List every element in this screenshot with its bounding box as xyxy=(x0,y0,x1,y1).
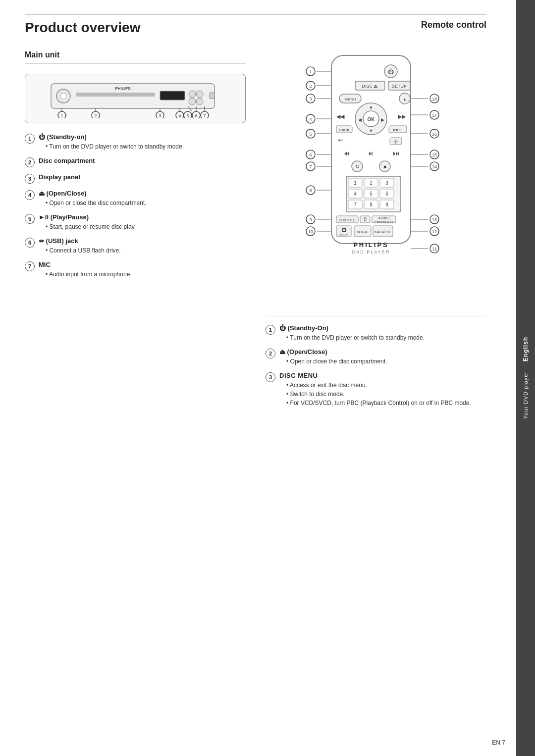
svg-text:▶▶: ▶▶ xyxy=(398,113,406,119)
svg-text:4: 4 xyxy=(178,113,181,118)
svg-text:1: 1 xyxy=(60,113,63,118)
svg-text:6: 6 xyxy=(385,191,388,197)
svg-text:OK: OK xyxy=(368,117,375,122)
remote-section-title: Remote control xyxy=(421,20,486,30)
feature-bullets-4: Open or close the disc compartment. xyxy=(39,199,246,207)
feature-item-2: 2 Disc compartment xyxy=(25,157,246,167)
two-column-layout: Main unit PHILIPS xyxy=(25,50,486,413)
feature-bullets-5: Start, pause or resume disc play. xyxy=(39,222,246,231)
feature-label-4: ⏏ (Open/Close) xyxy=(39,190,87,197)
main-unit-feature-list: 1 ⏻ (Standby-on) Turn on the DVD player … xyxy=(25,133,246,279)
svg-text:⏻: ⏻ xyxy=(388,68,394,75)
side-tab-product: Your DVD player xyxy=(523,371,529,419)
remote-divider xyxy=(266,316,486,316)
svg-text:13: 13 xyxy=(432,217,437,222)
svg-text:15: 15 xyxy=(432,152,437,157)
remote-feature-num-3: 3 xyxy=(266,372,275,382)
remote-feature-num-1: 1 xyxy=(266,325,275,335)
bullet-4-1: Open or close the disc compartment. xyxy=(46,199,246,207)
svg-point-8 xyxy=(189,98,196,105)
feature-bullets-1: Turn on the DVD player or switch to stan… xyxy=(39,142,246,151)
svg-text:3: 3 xyxy=(159,113,161,118)
feature-num-7: 7 xyxy=(25,261,35,271)
feature-label-3: Display panel xyxy=(39,173,80,181)
main-content: Product overview Remote control Main uni… xyxy=(0,0,516,756)
dvd-player-svg: PHILIPS 1 xyxy=(34,79,236,118)
page-footer: EN 7 xyxy=(492,739,505,746)
remote-feature-bullets-3: Access or exit the disc menu. Switch to … xyxy=(279,381,486,407)
svg-text:ZOOM: ZOOM xyxy=(339,233,348,236)
svg-point-9 xyxy=(196,98,203,105)
side-tab-language: English xyxy=(522,337,529,361)
right-column: ⏻ DISC ⏏ SETUP MENU ▲ xyxy=(266,50,486,413)
feature-item-1: 1 ⏻ (Standby-on) Turn on the DVD player … xyxy=(25,133,246,151)
svg-text:⏯: ⏯ xyxy=(368,150,374,157)
bullet-1-1: Turn on the DVD player or switch to stan… xyxy=(46,142,246,151)
side-tab: English Your DVD player xyxy=(516,0,535,756)
svg-text:▲: ▲ xyxy=(369,104,374,109)
svg-text:6: 6 xyxy=(309,152,312,157)
left-column: Main unit PHILIPS xyxy=(25,50,246,413)
feature-item-5: 5 ►II (Play/Pause) Start, pause or resum… xyxy=(25,213,246,231)
bullet-6-1: Connect a USB flash drive. xyxy=(46,246,246,255)
remote-feature-bullets-1: Turn on the DVD player or switch to stan… xyxy=(279,333,486,342)
svg-text:PHILIPS: PHILIPS xyxy=(353,241,389,249)
feature-label-5: ►II (Play/Pause) xyxy=(39,213,89,221)
feature-num-5: 5 xyxy=(25,214,35,224)
svg-text:14: 14 xyxy=(432,164,437,169)
feature-num-4: 4 xyxy=(25,190,35,200)
svg-text:SUBTITLE: SUBTITLE xyxy=(339,218,356,222)
svg-text:6: 6 xyxy=(195,113,197,118)
feature-item-6: 6 ⇔ (USB) jack Connect a USB flash drive… xyxy=(25,237,246,255)
svg-text:🔲: 🔲 xyxy=(342,228,346,232)
svg-text:9: 9 xyxy=(309,217,312,222)
feature-num-6: 6 xyxy=(25,238,35,248)
feature-bullets-6: Connect a USB flash drive. xyxy=(39,246,246,255)
svg-text:2: 2 xyxy=(309,84,312,89)
remote-bullet-3-2: Switch to disc mode. xyxy=(286,390,486,399)
remote-feature-label-1: ⏻ (Standby-On) xyxy=(279,324,328,332)
feature-item-3: 3 Display panel xyxy=(25,173,246,184)
remote-bullet-3-3: For VCD/SVCD, turn PBC (Playback Control… xyxy=(286,399,486,407)
svg-text:0: 0 xyxy=(364,217,367,222)
svg-text:3: 3 xyxy=(309,97,312,101)
svg-text:18: 18 xyxy=(432,97,437,101)
remote-control-svg: ⏻ DISC ⏏ SETUP MENU ▲ xyxy=(266,50,486,308)
svg-text:1: 1 xyxy=(354,180,357,186)
svg-text:9: 9 xyxy=(385,202,388,207)
remote-illustration-container: ⏻ DISC ⏏ SETUP MENU ▲ xyxy=(266,50,486,308)
svg-text:17: 17 xyxy=(432,113,437,118)
svg-text:⏭: ⏭ xyxy=(393,150,399,157)
svg-text:PHILIPS: PHILIPS xyxy=(115,86,131,91)
svg-text:AUDIO/: AUDIO/ xyxy=(378,216,390,220)
remote-feature-label-2: ⏏ (Open/Close) xyxy=(279,348,327,355)
svg-text:⏮: ⏮ xyxy=(343,150,350,157)
remote-feature-item-3: 3 DISC MENU Access or exit the disc menu… xyxy=(266,372,486,407)
svg-text:↻: ↻ xyxy=(355,164,359,169)
svg-rect-10 xyxy=(210,93,214,99)
svg-text:▶: ▶ xyxy=(381,117,384,122)
svg-text:VOCAL: VOCAL xyxy=(357,230,369,234)
feature-num-3: 3 xyxy=(25,174,35,184)
feature-label-1: ⏻ (Standby-on) xyxy=(39,133,87,141)
svg-text:11: 11 xyxy=(432,247,437,252)
feature-label-2: Disc compartment xyxy=(39,157,95,164)
remote-bullet-2-1: Open or close the disc compartment. xyxy=(286,357,486,366)
svg-point-7 xyxy=(196,91,203,98)
feature-bullets-7: Audio input from a microphone. xyxy=(39,270,246,279)
svg-text:4: 4 xyxy=(309,117,312,122)
svg-text:2: 2 xyxy=(94,113,97,118)
remote-feature-label-3: DISC MENU xyxy=(279,372,318,379)
svg-text:◀◀: ◀◀ xyxy=(336,113,345,119)
feature-item-4: 4 ⏏ (Open/Close) Open or close the disc … xyxy=(25,190,246,207)
svg-text:▼: ▼ xyxy=(369,128,374,133)
svg-text:7: 7 xyxy=(203,113,206,118)
bullet-7-1: Audio input from a microphone. xyxy=(46,270,246,279)
svg-text:5: 5 xyxy=(309,132,312,137)
remote-feature-bullets-2: Open or close the disc compartment. xyxy=(279,357,486,366)
svg-text:16: 16 xyxy=(432,132,437,137)
svg-rect-1 xyxy=(76,93,155,97)
remote-feature-num-2: 2 xyxy=(266,349,275,358)
remote-bullet-3-1: Access or exit the disc menu. xyxy=(286,381,486,390)
feature-label-6: ⇔ (USB) jack xyxy=(39,237,78,245)
